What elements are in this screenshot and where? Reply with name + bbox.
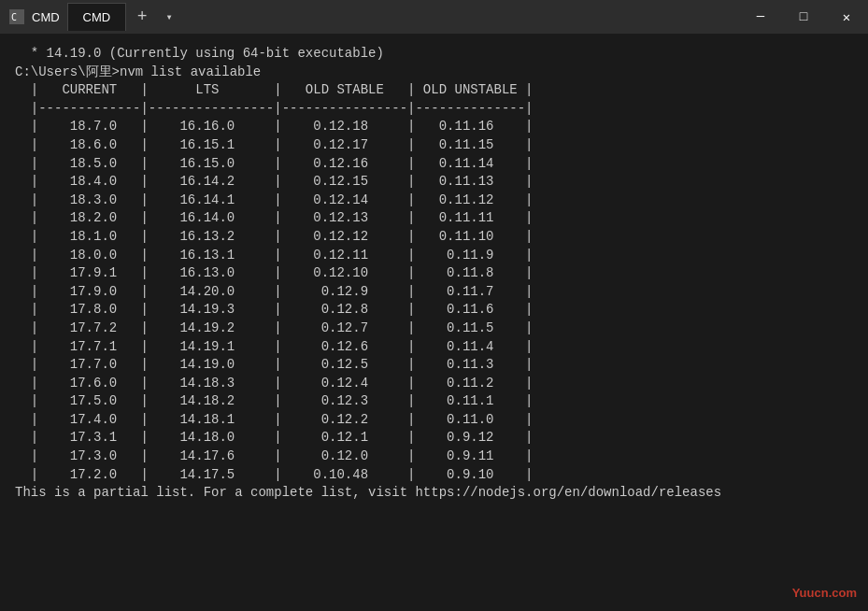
terminal-content: * 14.19.0 (Currently using 64-bit execut… bbox=[0, 34, 868, 611]
watermark: Yuucn.com bbox=[792, 585, 857, 602]
tab-dropdown-button[interactable]: ▾ bbox=[158, 3, 180, 31]
terminal-line: | 17.7.1 | 14.19.1 | 0.12.6 | 0.11.4 | bbox=[15, 338, 853, 357]
terminal-line: | 17.9.1 | 16.13.0 | 0.12.10 | 0.11.8 | bbox=[15, 264, 853, 283]
terminal-line: | 18.5.0 | 16.15.0 | 0.12.16 | 0.11.14 | bbox=[15, 155, 853, 174]
terminal-line: | 17.7.2 | 14.19.2 | 0.12.7 | 0.11.5 | bbox=[15, 320, 853, 338]
terminal-line: | 17.3.0 | 14.17.6 | 0.12.0 | 0.9.11 | bbox=[15, 448, 853, 466]
cmd-tab[interactable]: CMD bbox=[67, 3, 127, 31]
terminal-line: * 14.19.0 (Currently using 64-bit execut… bbox=[15, 45, 853, 64]
window: C CMD CMD + ▾ ─ □ ✕ * 14.19.0 (Currently… bbox=[0, 0, 868, 611]
terminal-line: C:\Users\阿里>nvm list available bbox=[15, 64, 853, 82]
maximize-button[interactable]: □ bbox=[782, 0, 825, 34]
terminal-line: | 17.8.0 | 14.19.3 | 0.12.8 | 0.11.6 | bbox=[15, 301, 853, 320]
terminal-line: |-------------|----------------|--------… bbox=[15, 100, 853, 119]
terminal-line: | 18.1.0 | 16.13.2 | 0.12.12 | 0.11.10 | bbox=[15, 228, 853, 247]
titlebar: C CMD CMD + ▾ ─ □ ✕ bbox=[0, 0, 868, 34]
terminal-line: | 17.2.0 | 14.17.5 | 0.10.48 | 0.9.10 | bbox=[15, 466, 853, 485]
terminal-line: | 17.4.0 | 14.18.1 | 0.12.2 | 0.11.0 | bbox=[15, 411, 853, 430]
terminal-footer: This is a partial list. For a complete l… bbox=[15, 484, 853, 503]
terminal-line: | 18.6.0 | 16.15.1 | 0.12.17 | 0.11.15 | bbox=[15, 136, 853, 155]
titlebar-left: C CMD bbox=[7, 7, 60, 26]
terminal-line: | 17.5.0 | 14.18.2 | 0.12.3 | 0.11.1 | bbox=[15, 392, 853, 411]
cmd-icon: C bbox=[7, 7, 26, 26]
terminal-line: | 18.0.0 | 16.13.1 | 0.12.11 | 0.11.9 | bbox=[15, 247, 853, 265]
terminal-line: | 17.7.0 | 14.19.0 | 0.12.5 | 0.11.3 | bbox=[15, 356, 853, 375]
minimize-button[interactable]: ─ bbox=[739, 0, 782, 34]
terminal-line: | 18.3.0 | 16.14.1 | 0.12.14 | 0.11.12 | bbox=[15, 192, 853, 210]
terminal-line: | 18.7.0 | 16.16.0 | 0.12.18 | 0.11.16 | bbox=[15, 118, 853, 136]
terminal-lines: * 14.19.0 (Currently using 64-bit execut… bbox=[15, 45, 853, 484]
close-button[interactable]: ✕ bbox=[825, 0, 868, 34]
terminal-line: | CURRENT | LTS | OLD STABLE | OLD UNSTA… bbox=[15, 81, 853, 100]
titlebar-tabs: CMD + ▾ bbox=[67, 3, 181, 31]
window-controls: ─ □ ✕ bbox=[739, 0, 868, 34]
terminal-line: | 18.4.0 | 16.14.2 | 0.12.15 | 0.11.13 | bbox=[15, 173, 853, 192]
window-title: CMD bbox=[32, 10, 60, 24]
svg-text:C: C bbox=[11, 12, 17, 22]
terminal-line: | 17.9.0 | 14.20.0 | 0.12.9 | 0.11.7 | bbox=[15, 283, 853, 302]
terminal-line: | 17.6.0 | 14.18.3 | 0.12.4 | 0.11.2 | bbox=[15, 375, 853, 393]
terminal-line: | 18.2.0 | 16.14.0 | 0.12.13 | 0.11.11 | bbox=[15, 209, 853, 228]
terminal-line: | 17.3.1 | 14.18.0 | 0.12.1 | 0.9.12 | bbox=[15, 429, 853, 448]
new-tab-button[interactable]: + bbox=[128, 3, 156, 31]
